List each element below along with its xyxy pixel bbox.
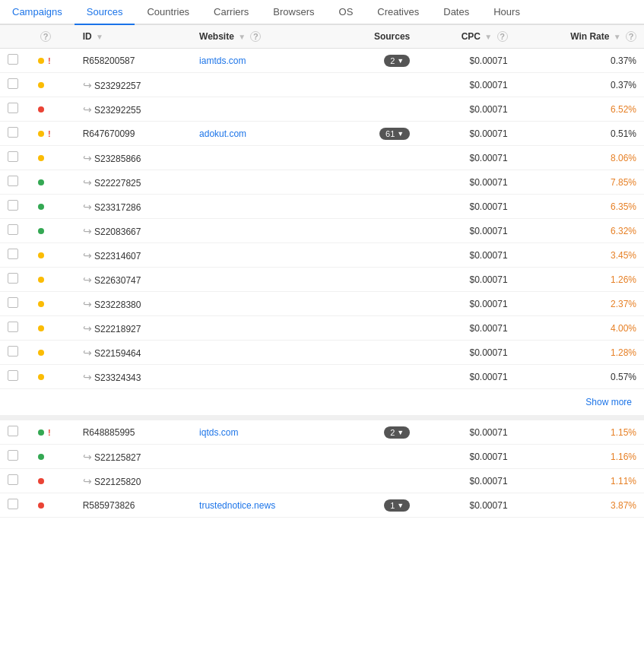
cpc-cell: $0.00071 (417, 268, 515, 292)
win-rate-cell: 6.35% (516, 195, 644, 219)
sources-cell: 61▼ (336, 122, 417, 146)
cpc-cell: $0.00071 (417, 243, 515, 268)
row-id: S22630747 (94, 275, 141, 286)
select-all-header (0, 25, 30, 49)
show-more-button[interactable]: Show more (585, 397, 632, 407)
tab-os[interactable]: OS (327, 0, 366, 25)
cpc-cell: $0.00071 (417, 316, 515, 341)
row-checkbox[interactable] (8, 78, 18, 89)
tab-dates[interactable]: Dates (431, 0, 481, 25)
row-checkbox[interactable] (8, 127, 18, 138)
table-header-row: ? ID ▼ Website ▼ ? Sources CPC ▼ ? Win R… (0, 25, 644, 49)
row-checkbox[interactable] (8, 54, 18, 65)
row-checkbox[interactable] (8, 370, 18, 381)
cpc-cell: $0.00071 (417, 493, 515, 518)
row-checkbox[interactable] (8, 249, 18, 259)
row-checkbox[interactable] (8, 151, 18, 162)
website-cell: iqtds.com (192, 420, 336, 445)
sources-cell (336, 445, 417, 469)
id-cell: ↪ S22630747 (75, 268, 192, 292)
id-cell: R647670099 (75, 122, 192, 146)
status-cell (30, 341, 75, 365)
tab-countries[interactable]: Countries (135, 0, 201, 25)
website-link[interactable]: trustednotice.news (199, 500, 275, 511)
winrate-help-icon[interactable]: ? (626, 31, 636, 42)
win-rate-cell: 7.85% (516, 170, 644, 195)
row-checkbox[interactable] (8, 224, 18, 235)
row-checkbox-cell (0, 49, 30, 73)
website-col-header[interactable]: Website ▼ ? (192, 25, 336, 49)
status-dot (38, 502, 44, 509)
website-cell (192, 445, 336, 469)
id-col-header[interactable]: ID ▼ (75, 25, 192, 49)
row-checkbox[interactable] (8, 297, 18, 308)
sources-cell (336, 365, 417, 389)
status-cell (30, 170, 75, 195)
row-checkbox[interactable] (8, 200, 18, 211)
win-rate-cell: 3.87% (516, 493, 644, 518)
sources-badge[interactable]: 2▼ (384, 55, 410, 67)
status-cell: ! (30, 49, 75, 73)
status-cell (30, 316, 75, 341)
website-link[interactable]: iqtds.com (199, 427, 238, 438)
website-link[interactable]: iamtds.com (199, 55, 246, 66)
website-cell: adokut.com (192, 122, 336, 146)
row-id: S23317286 (94, 202, 141, 213)
cpc-cell: $0.00071 (417, 420, 515, 445)
row-checkbox[interactable] (8, 322, 18, 332)
website-link[interactable]: adokut.com (199, 128, 246, 139)
table-row: !R658200587iamtds.com2▼$0.000710.37% (0, 49, 644, 73)
row-checkbox[interactable] (8, 474, 18, 485)
status-help-icon[interactable]: ? (40, 31, 51, 42)
row-checkbox[interactable] (8, 103, 18, 113)
row-checkbox[interactable] (8, 346, 18, 357)
data-table: ? ID ▼ Website ▼ ? Sources CPC ▼ ? Win R… (0, 25, 644, 518)
id-cell: ↪ S22218927 (75, 316, 192, 341)
status-dot (38, 277, 44, 283)
table-row: !R648885995iqtds.com2▼$0.000711.15% (0, 420, 644, 445)
sources-cell: 2▼ (336, 420, 417, 445)
sources-dropdown-arrow: ▼ (397, 502, 404, 509)
row-checkbox[interactable] (8, 273, 18, 284)
sources-cell (336, 97, 417, 122)
sources-badge[interactable]: 2▼ (384, 426, 410, 439)
row-checkbox-cell (0, 365, 30, 389)
row-checkbox-cell (0, 445, 30, 469)
sub-row-icon: ↪ (83, 103, 92, 116)
cpc-cell: $0.00071 (417, 146, 515, 170)
cpc-col-header[interactable]: CPC ▼ ? (417, 25, 515, 49)
row-checkbox[interactable] (8, 176, 18, 186)
sources-cell: 1▼ (336, 493, 417, 518)
sources-cell (336, 219, 417, 243)
website-cell (192, 73, 336, 97)
row-id: S22314607 (94, 251, 141, 261)
tab-hours[interactable]: Hours (481, 0, 532, 25)
row-checkbox-cell (0, 122, 30, 146)
tab-browsers[interactable]: Browsers (261, 0, 326, 25)
tab-bar: CampaignsSourcesCountriesCarriersBrowser… (0, 0, 644, 25)
sources-badge[interactable]: 1▼ (384, 499, 410, 512)
row-checkbox[interactable] (8, 499, 18, 509)
win-rate-cell: 1.16% (516, 445, 644, 469)
website-cell (192, 146, 336, 170)
sources-badge[interactable]: 61▼ (379, 128, 410, 140)
tab-campaigns[interactable]: Campaigns (0, 0, 75, 25)
cpc-help-icon[interactable]: ? (497, 31, 508, 42)
table-row: ↪ S22218927$0.000714.00% (0, 316, 644, 341)
tab-creatives[interactable]: Creatives (365, 0, 431, 25)
row-id: S23292257 (94, 81, 141, 91)
row-checkbox-cell (0, 195, 30, 219)
row-id: S22227825 (94, 178, 141, 189)
row-id: S22125820 (94, 477, 141, 487)
winrate-col-header[interactable]: Win Rate ▼ ? (516, 25, 644, 49)
row-checkbox[interactable] (8, 426, 18, 436)
tab-carriers[interactable]: Carriers (201, 0, 261, 25)
website-cell (192, 97, 336, 122)
win-rate-cell: 0.51% (516, 122, 644, 146)
winrate-sort-icon: ▼ (614, 33, 621, 41)
website-help-icon[interactable]: ? (250, 31, 261, 42)
row-checkbox[interactable] (8, 450, 18, 461)
row-id: S23292255 (94, 105, 141, 116)
table-container: ? ID ▼ Website ▼ ? Sources CPC ▼ ? Win R… (0, 25, 644, 518)
tab-sources[interactable]: Sources (75, 0, 135, 25)
